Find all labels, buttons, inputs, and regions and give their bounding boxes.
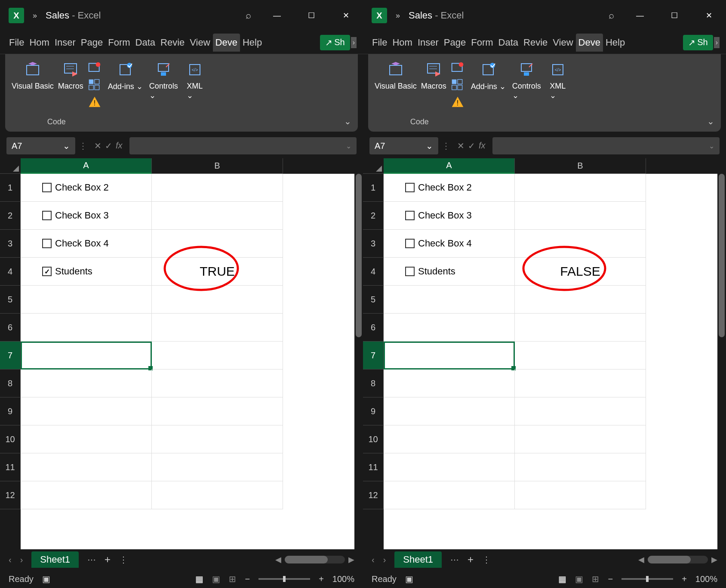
- macro-rec-icon[interactable]: ▣: [42, 574, 50, 584]
- cell-a11[interactable]: [21, 453, 152, 481]
- cell-a8[interactable]: [21, 369, 152, 397]
- horizontal-scrollbar[interactable]: [648, 556, 708, 563]
- cell-a1[interactable]: Check Box 2: [21, 174, 152, 202]
- sheet-tab-sheet1[interactable]: Sheet1: [31, 551, 79, 568]
- tab-view[interactable]: View: [187, 34, 212, 52]
- checkbox-4[interactable]: [42, 239, 52, 248]
- row-header-3[interactable]: 3: [363, 230, 384, 258]
- search-icon[interactable]: ⌕: [609, 10, 614, 21]
- insert-function-button[interactable]: fx: [116, 141, 123, 151]
- row-header-7[interactable]: 7: [363, 342, 384, 369]
- vertical-scrollbar[interactable]: [717, 158, 726, 549]
- cancel-formula-button[interactable]: ✕: [94, 141, 102, 151]
- close-button[interactable]: ✕: [700, 11, 717, 20]
- cell-a12[interactable]: [21, 481, 152, 509]
- row-header-10[interactable]: 10: [0, 425, 21, 453]
- tab-help[interactable]: Help: [603, 34, 628, 52]
- checkbox-3[interactable]: [42, 211, 52, 220]
- controls-button[interactable]: Controls⌄: [149, 59, 178, 126]
- tab-data[interactable]: Data: [133, 34, 158, 52]
- zoom-out-button[interactable]: −: [608, 574, 613, 584]
- minimize-button[interactable]: —: [631, 11, 649, 20]
- formula-expand-icon[interactable]: ⌄: [346, 142, 351, 150]
- hscroll-thumb[interactable]: [648, 556, 691, 563]
- qat-chevron-icon[interactable]: »: [396, 11, 400, 20]
- cell-a1[interactable]: Check Box 2: [384, 174, 515, 202]
- row-header-3[interactable]: 3: [0, 230, 21, 258]
- checkbox-4[interactable]: [405, 239, 415, 248]
- row-header-2[interactable]: 2: [363, 202, 384, 230]
- tabs-overflow-icon[interactable]: ›: [351, 37, 357, 48]
- cell-a4[interactable]: Students: [384, 258, 515, 286]
- xml-button[interactable]: </> XML⌄: [185, 59, 205, 126]
- zoom-slider-thumb[interactable]: [283, 576, 286, 582]
- cell-a10[interactable]: [21, 425, 152, 453]
- sheet-tab-menu-icon[interactable]: ⋯: [450, 554, 459, 565]
- vertical-scrollbar[interactable]: [354, 158, 363, 549]
- formula-input[interactable]: ⌄: [129, 137, 357, 154]
- macros-button[interactable]: Macros: [58, 59, 83, 109]
- visual-basic-button[interactable]: Visual Basic: [12, 59, 54, 109]
- name-box-dropdown-icon[interactable]: ⌄: [426, 141, 433, 151]
- visual-basic-button[interactable]: Visual Basic: [375, 59, 417, 109]
- row-header-9[interactable]: 9: [0, 397, 21, 425]
- row-header-2[interactable]: 2: [0, 202, 21, 230]
- name-box-dropdown-icon[interactable]: ⌄: [63, 141, 70, 151]
- controls-button[interactable]: Controls⌄: [512, 59, 541, 126]
- checkbox-2[interactable]: [42, 183, 52, 192]
- name-box[interactable]: A7⌄: [6, 137, 75, 154]
- hscroll-right[interactable]: ▶: [711, 555, 717, 564]
- tab-formulas[interactable]: Form: [105, 34, 132, 52]
- tab-developer[interactable]: Deve: [576, 34, 603, 52]
- cell-a5[interactable]: [21, 286, 152, 314]
- sheet-nav-prev[interactable]: ‹: [9, 555, 12, 565]
- cell-b6[interactable]: [515, 314, 646, 342]
- row-header-12[interactable]: 12: [0, 481, 21, 509]
- cells-area[interactable]: Check Box 2 Check Box 3 Check Box 4 Stud…: [384, 174, 726, 549]
- cell-a3[interactable]: Check Box 4: [21, 230, 152, 258]
- row-header-7[interactable]: 7: [0, 342, 21, 369]
- row-header-1[interactable]: 1: [363, 174, 384, 202]
- select-all-corner[interactable]: [363, 158, 384, 174]
- enter-formula-button[interactable]: ✓: [105, 141, 112, 151]
- tab-data[interactable]: Data: [496, 34, 521, 52]
- cell-a7[interactable]: [384, 342, 515, 369]
- macros-button[interactable]: Macros: [421, 59, 446, 109]
- collapse-ribbon-icon[interactable]: ⌄: [344, 116, 351, 126]
- cell-a6[interactable]: [384, 314, 515, 342]
- enter-formula-button[interactable]: ✓: [468, 141, 475, 151]
- collapse-ribbon-icon[interactable]: ⌄: [707, 116, 714, 126]
- use-relative-refs-button[interactable]: [88, 78, 102, 92]
- row-header-4[interactable]: 4: [363, 258, 384, 286]
- tab-page-layout[interactable]: Page: [78, 34, 105, 52]
- cell-b7[interactable]: [515, 342, 646, 369]
- vscroll-thumb[interactable]: [719, 174, 725, 337]
- hscroll-left[interactable]: ◀: [638, 555, 644, 564]
- view-page-layout-icon[interactable]: ▣: [575, 574, 583, 584]
- cell-a10[interactable]: [384, 425, 515, 453]
- sheet-nav-prev[interactable]: ‹: [372, 555, 375, 565]
- record-macro-button[interactable]: [451, 61, 465, 75]
- macro-security-button[interactable]: !: [88, 95, 102, 109]
- row-header-1[interactable]: 1: [0, 174, 21, 202]
- checkbox-students[interactable]: [405, 267, 415, 276]
- row-header-6[interactable]: 6: [363, 314, 384, 342]
- zoom-out-button[interactable]: −: [245, 574, 250, 584]
- cell-b11[interactable]: [152, 453, 283, 481]
- formula-expand-icon[interactable]: ⌄: [709, 142, 714, 150]
- tabs-overflow-icon[interactable]: ›: [714, 37, 720, 48]
- cell-a4[interactable]: Students: [21, 258, 152, 286]
- col-header-b[interactable]: B: [152, 158, 283, 174]
- cells-area[interactable]: Check Box 2 Check Box 3 Check Box 4 Stud…: [21, 174, 363, 549]
- cell-b8[interactable]: [515, 369, 646, 397]
- tab-view[interactable]: View: [550, 34, 575, 52]
- cell-b8[interactable]: [152, 369, 283, 397]
- cell-b10[interactable]: [515, 425, 646, 453]
- close-button[interactable]: ✕: [337, 11, 354, 20]
- formula-input[interactable]: ⌄: [492, 137, 720, 154]
- maximize-button[interactable]: ☐: [303, 11, 320, 20]
- tab-file[interactable]: File: [6, 34, 27, 52]
- cell-a8[interactable]: [384, 369, 515, 397]
- macro-security-button[interactable]: !: [451, 95, 465, 109]
- cell-b7[interactable]: [152, 342, 283, 369]
